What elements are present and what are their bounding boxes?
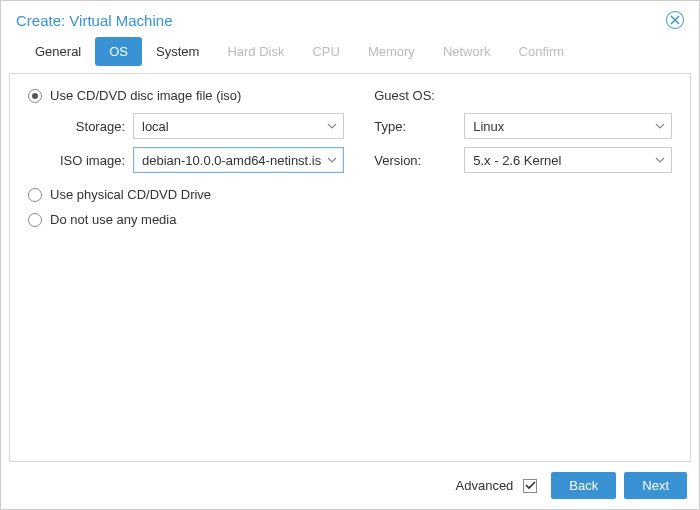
- close-button[interactable]: [666, 11, 684, 29]
- close-icon: [670, 15, 680, 25]
- tab-harddisk: Hard Disk: [213, 37, 298, 66]
- iso-combo[interactable]: debian-10.0.0-amd64-netinst.is: [133, 147, 344, 173]
- advanced-label: Advanced: [456, 478, 514, 493]
- tab-system[interactable]: System: [142, 37, 213, 66]
- next-button[interactable]: Next: [624, 472, 687, 499]
- check-icon: [525, 480, 536, 491]
- back-button[interactable]: Back: [551, 472, 616, 499]
- storage-row: Storage: local: [28, 113, 344, 139]
- radio-row-iso[interactable]: Use CD/DVD disc image file (iso): [28, 88, 344, 103]
- footer: Advanced Back Next: [1, 462, 699, 509]
- radio-none[interactable]: [28, 213, 42, 227]
- type-value: Linux: [473, 119, 649, 134]
- tab-cpu: CPU: [298, 37, 353, 66]
- version-label: Version:: [374, 153, 464, 168]
- left-column: Use CD/DVD disc image file (iso) Storage…: [28, 88, 344, 447]
- storage-value: local: [142, 119, 321, 134]
- tab-general[interactable]: General: [21, 37, 95, 66]
- radio-row-physical[interactable]: Use physical CD/DVD Drive: [28, 187, 344, 202]
- titlebar: Create: Virtual Machine: [1, 1, 699, 37]
- tab-memory: Memory: [354, 37, 429, 66]
- type-combo[interactable]: Linux: [464, 113, 672, 139]
- advanced-checkbox[interactable]: [523, 479, 537, 493]
- chevron-down-icon: [327, 121, 337, 131]
- iso-row: ISO image: debian-10.0.0-amd64-netinst.i…: [28, 147, 344, 173]
- radio-physical[interactable]: [28, 188, 42, 202]
- version-row: Version: 5.x - 2.6 Kernel: [374, 147, 672, 173]
- version-combo[interactable]: 5.x - 2.6 Kernel: [464, 147, 672, 173]
- chevron-down-icon: [655, 121, 665, 131]
- type-row: Type: Linux: [374, 113, 672, 139]
- radio-none-label: Do not use any media: [50, 212, 176, 227]
- create-vm-dialog: Create: Virtual Machine General OS Syste…: [0, 0, 700, 510]
- storage-combo[interactable]: local: [133, 113, 344, 139]
- iso-value: debian-10.0.0-amd64-netinst.is: [142, 153, 321, 168]
- tab-os[interactable]: OS: [95, 37, 142, 66]
- version-value: 5.x - 2.6 Kernel: [473, 153, 649, 168]
- right-column: Guest OS: Type: Linux Version: 5.x - 2.6…: [374, 88, 672, 447]
- chevron-down-icon: [327, 155, 337, 165]
- radio-row-none[interactable]: Do not use any media: [28, 212, 344, 227]
- type-label: Type:: [374, 119, 464, 134]
- radio-iso[interactable]: [28, 89, 42, 103]
- iso-label: ISO image:: [28, 153, 133, 168]
- storage-label: Storage:: [28, 119, 133, 134]
- wizard-tabs: General OS System Hard Disk CPU Memory N…: [1, 37, 699, 67]
- radio-physical-label: Use physical CD/DVD Drive: [50, 187, 211, 202]
- content-panel: Use CD/DVD disc image file (iso) Storage…: [9, 73, 691, 462]
- dialog-title: Create: Virtual Machine: [16, 12, 172, 29]
- guest-os-header: Guest OS:: [374, 88, 672, 103]
- radio-iso-label: Use CD/DVD disc image file (iso): [50, 88, 241, 103]
- tab-confirm: Confirm: [505, 37, 579, 66]
- chevron-down-icon: [655, 155, 665, 165]
- tab-network: Network: [429, 37, 505, 66]
